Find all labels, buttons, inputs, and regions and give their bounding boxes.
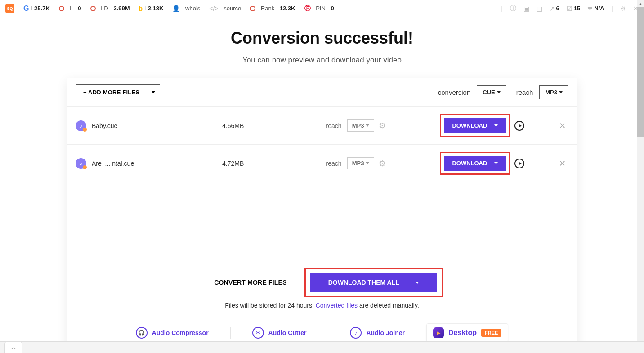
person-icon: 👤 (172, 5, 180, 12)
bing-icon: b (139, 5, 143, 12)
storage-note: Files will be stored for 24 hours. Conve… (67, 302, 577, 309)
music-file-icon (76, 158, 86, 169)
source-link[interactable]: </> source (209, 5, 241, 12)
gear-icon[interactable]: ⚙ (620, 5, 626, 12)
chevron-down-icon (366, 162, 369, 164)
chevron-down-icon (366, 124, 369, 127)
google-stat[interactable]: G I25.7K (23, 4, 50, 13)
conversion-select[interactable]: CUE (477, 85, 506, 99)
chevron-down-icon (494, 124, 498, 127)
highlight-box: DOWNLOAD (440, 152, 510, 175)
pinterest-icon: ⓟ (304, 4, 311, 13)
heart-icon: ❤ (587, 5, 593, 12)
code-icon: </> (209, 5, 218, 12)
chevron-down-icon (416, 282, 419, 284)
bottom-bar: ︿ (0, 341, 644, 353)
bottom-tab[interactable]: ︿ (4, 341, 22, 353)
download-all-button[interactable]: DOWNLOAD THEM ALL (310, 273, 437, 292)
scrollbar-thumb[interactable] (637, 7, 644, 137)
sq-logo-icon (5, 4, 14, 13)
gear-icon[interactable]: ⚙ (379, 159, 386, 168)
whois-link[interactable]: 👤 whois (172, 5, 200, 12)
bing-stat[interactable]: bI2.18K (139, 5, 164, 12)
chevron-down-icon (494, 162, 498, 164)
gear-icon[interactable]: ⚙ (379, 121, 386, 131)
remove-file-button[interactable]: ✕ (556, 159, 568, 168)
file-name: Are_... ntal.cue (92, 160, 222, 167)
chevron-up-icon: ︿ (11, 344, 16, 351)
free-badge: FREE (481, 329, 501, 337)
compressor-icon: 🎧 (136, 327, 148, 339)
bar-icon[interactable]: ▥ (537, 5, 542, 12)
convert-more-button[interactable]: CONVERT MORE FILES (201, 268, 300, 297)
file-reach-label: reach (326, 122, 342, 129)
conversion-label: conversion (438, 88, 471, 96)
scrollbar-track[interactable]: ▲ (637, 0, 644, 353)
chevron-down-icon (152, 91, 155, 93)
circle-icon (59, 6, 64, 11)
target-icon (250, 6, 255, 11)
info-icon[interactable]: ⓘ (510, 4, 516, 13)
l-stat[interactable]: L 0 (59, 5, 81, 12)
page-subtitle: You can now preview and download your vi… (67, 56, 577, 65)
play-icon[interactable] (514, 159, 524, 168)
highlight-box: DOWNLOAD THEM ALL (304, 268, 443, 297)
ext-check-stat[interactable]: ☑15 (567, 5, 580, 12)
pin-stat[interactable]: ⓟ PIN 0 (304, 4, 334, 13)
page-title: Conversion successful! (67, 29, 577, 48)
rank-stat[interactable]: Rank 12.3K (250, 5, 295, 12)
remove-file-button[interactable]: ✕ (556, 121, 568, 131)
ext-arrow-stat[interactable]: ↗6 (550, 5, 559, 12)
highlight-box: DOWNLOAD (440, 114, 510, 137)
conversion-card: + ADD MORE FILES conversion CUE reach MP… (67, 78, 577, 349)
file-reach-label: reach (326, 160, 342, 167)
cutter-icon: ✂ (252, 327, 264, 339)
extension-toolbar: G I25.7K L 0 LD 2.99M bI2.18K 👤 whois </… (0, 0, 644, 17)
download-button[interactable]: DOWNLOAD (444, 156, 506, 171)
add-more-files-button[interactable]: + ADD MORE FILES (76, 84, 147, 100)
download-button[interactable]: DOWNLOAD (444, 118, 506, 133)
ld-stat[interactable]: LD 2.99M (90, 5, 130, 12)
file-format-select[interactable]: MP3 (347, 157, 375, 169)
file-row: Baby.cue 4.66MB reach MP3 ⚙ DOWNLOAD ✕ (67, 107, 577, 145)
file-row: Are_... ntal.cue 4.72MB reach MP3 ⚙ DOWN… (67, 145, 577, 182)
google-icon: G (23, 4, 29, 13)
circle-icon (90, 6, 96, 11)
monitor-icon[interactable]: ▣ (523, 5, 529, 12)
file-format-select[interactable]: MP3 (347, 119, 375, 132)
desktop-app-link[interactable]: Desktop FREE (426, 323, 508, 342)
desktop-logo-icon (433, 327, 444, 338)
scrollbar-up-icon[interactable]: ▲ (637, 0, 644, 7)
audio-compressor-link[interactable]: 🎧Audio Compressor (136, 327, 209, 339)
external-icon: ↗ (550, 5, 555, 12)
check-icon: ☑ (567, 5, 572, 12)
converted-files-link[interactable]: Converted files (316, 302, 358, 309)
chevron-down-icon (559, 91, 563, 93)
audio-joiner-link[interactable]: ♪Audio Joiner (350, 327, 405, 339)
file-size: 4.66MB (222, 122, 294, 129)
audio-cutter-link[interactable]: ✂Audio Cutter (252, 327, 307, 339)
reach-select[interactable]: MP3 (539, 85, 568, 99)
reach-label: reach (516, 88, 533, 96)
ext-na-stat[interactable]: ❤N/A (587, 5, 604, 12)
file-name: Baby.cue (92, 122, 222, 129)
joiner-icon: ♪ (350, 327, 362, 339)
add-more-files-dropdown[interactable] (147, 84, 160, 100)
play-icon[interactable] (514, 121, 524, 131)
file-size: 4.72MB (222, 160, 294, 167)
chevron-down-icon (497, 91, 501, 93)
music-file-icon (76, 120, 86, 131)
